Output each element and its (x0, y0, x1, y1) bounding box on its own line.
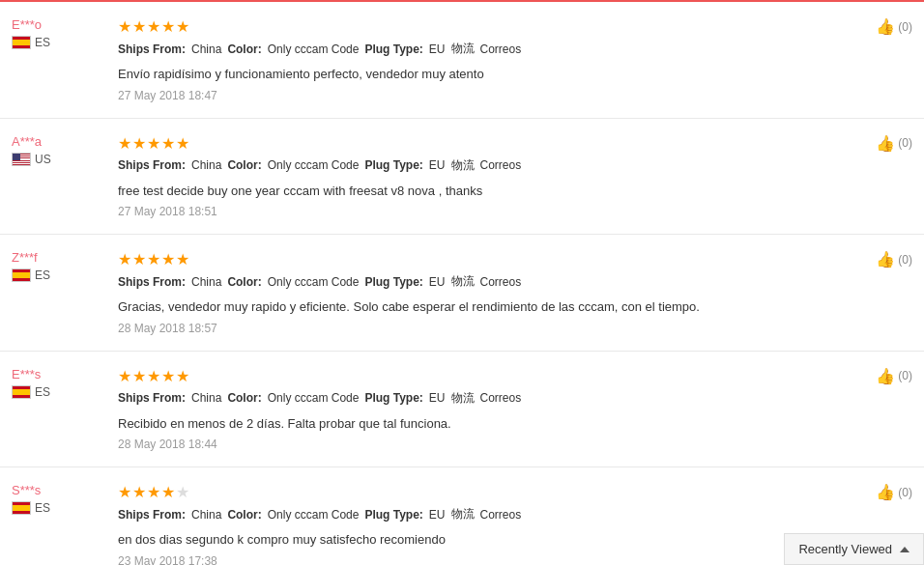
ships-from-label: Ships From: (118, 391, 186, 405)
thumbs-up-icon: 👍 (876, 250, 895, 268)
ships-from-value: China (191, 275, 221, 289)
star-filled-icon: ★ (161, 367, 175, 385)
star-filled-icon: ★ (147, 134, 160, 153)
review-meta: Ships From: China Color: Only cccam Code… (118, 273, 864, 290)
like-button[interactable]: 👍 (0) (876, 367, 912, 385)
star-filled-icon: ★ (118, 134, 131, 153)
review-item: A***aUS★★★★★ Ships From: China Color: On… (0, 119, 924, 236)
country-label: ES (35, 268, 50, 282)
reviewer-info: S***sES (12, 483, 118, 515)
flag-es-icon (12, 501, 31, 515)
plug-type-value: EU (429, 391, 446, 405)
like-button[interactable]: 👍 (0) (876, 134, 912, 153)
reviewer-name: A***a (12, 134, 110, 149)
color-value: Only cccam Code (268, 508, 360, 522)
ships-from-label: Ships From: (118, 508, 186, 522)
color-label: Color: (227, 275, 261, 289)
thumbs-up-icon: 👍 (876, 17, 895, 36)
plug-type-value: EU (429, 42, 446, 56)
star-filled-icon: ★ (132, 250, 146, 268)
color-value: Only cccam Code (268, 391, 360, 405)
review-item: Z***fES★★★★★ Ships From: China Color: On… (0, 235, 924, 352)
chinese-logistics-text: 物流 (451, 273, 475, 290)
review-date: 27 May 2018 18:51 (118, 205, 864, 218)
thumbs-up-icon: 👍 (876, 483, 895, 501)
ships-from-label: Ships From: (118, 275, 186, 289)
thumbs-up-icon: 👍 (876, 134, 895, 153)
reviewer-info: A***aUS (12, 134, 118, 166)
plug-type-label: Plug Type: (364, 42, 422, 56)
review-text: free test decide buy one year cccam with… (118, 182, 864, 201)
star-filled-icon: ★ (118, 367, 131, 385)
review-content: ★★★★★ Ships From: China Color: Only ccca… (118, 134, 864, 219)
ships-from-value: China (191, 158, 221, 172)
plug-type-value: EU (429, 158, 446, 172)
like-count: (0) (898, 136, 912, 150)
star-filled-icon: ★ (161, 250, 175, 268)
review-item: E***oES★★★★★ Ships From: China Color: On… (0, 2, 924, 119)
plug-type-label: Plug Type: (364, 158, 422, 172)
color-value: Only cccam Code (268, 275, 360, 289)
star-filled-icon: ★ (132, 483, 146, 501)
chinese-logistics-text: 物流 (451, 157, 475, 174)
plug-type-label: Plug Type: (364, 391, 422, 405)
color-value: Only cccam Code (268, 42, 360, 56)
shipping-method-value: Correos (480, 275, 522, 289)
chevron-up-icon (900, 547, 910, 552)
like-button[interactable]: 👍 (0) (876, 17, 912, 36)
like-count: (0) (898, 253, 912, 267)
like-count: (0) (898, 486, 912, 499)
review-meta: Ships From: China Color: Only cccam Code… (118, 41, 864, 57)
recently-viewed-button[interactable]: Recently Viewed (784, 533, 924, 565)
review-item: E***sES★★★★★ Ships From: China Color: On… (0, 352, 924, 468)
star-filled-icon: ★ (147, 250, 160, 268)
star-filled-icon: ★ (118, 17, 131, 36)
review-content: ★★★★★ Ships From: China Color: Only ccca… (118, 367, 864, 452)
review-date: 28 May 2018 18:44 (118, 438, 864, 451)
review-text: Gracias, vendedor muy rapido y eficiente… (118, 297, 864, 317)
review-date: 28 May 2018 18:57 (118, 322, 864, 335)
country-label: ES (35, 385, 50, 399)
country-label: ES (35, 36, 50, 49)
review-content: ★★★★★ Ships From: China Color: Only ccca… (118, 483, 864, 565)
color-label: Color: (227, 158, 261, 172)
reviewer-name: E***s (12, 367, 110, 381)
star-rating: ★★★★★ (118, 367, 864, 385)
reviewer-name: Z***f (12, 250, 110, 265)
reviewer-info: Z***fES (12, 250, 118, 282)
review-text: en dos dias segundo k compro muy satisfe… (118, 530, 864, 550)
flag-es-icon (12, 268, 31, 282)
flag-us-icon (12, 153, 31, 166)
star-filled-icon: ★ (147, 17, 160, 36)
color-label: Color: (227, 42, 261, 56)
star-filled-icon: ★ (132, 17, 146, 36)
star-filled-icon: ★ (176, 134, 189, 153)
ships-from-value: China (191, 391, 221, 405)
shipping-method-value: Correos (480, 391, 522, 405)
review-meta: Ships From: China Color: Only cccam Code… (118, 157, 864, 174)
star-empty-icon: ★ (176, 483, 189, 501)
chinese-logistics-text: 物流 (451, 506, 475, 523)
country-label: ES (35, 501, 50, 515)
ships-from-value: China (191, 508, 221, 522)
star-rating: ★★★★★ (118, 250, 864, 268)
reviewer-info: E***oES (12, 17, 118, 49)
chinese-logistics-text: 物流 (451, 41, 475, 57)
plug-type-value: EU (429, 508, 446, 522)
star-filled-icon: ★ (132, 134, 146, 153)
star-filled-icon: ★ (176, 250, 189, 268)
plug-type-label: Plug Type: (364, 275, 422, 289)
review-content: ★★★★★ Ships From: China Color: Only ccca… (118, 250, 864, 335)
star-filled-icon: ★ (161, 17, 175, 36)
shipping-method-value: Correos (480, 42, 522, 56)
star-rating: ★★★★★ (118, 483, 864, 501)
like-button[interactable]: 👍 (0) (876, 250, 912, 268)
star-filled-icon: ★ (147, 483, 160, 501)
review-meta: Ships From: China Color: Only cccam Code… (118, 390, 864, 407)
flag-es-icon (12, 385, 31, 399)
shipping-method-value: Correos (480, 158, 522, 172)
like-button[interactable]: 👍 (0) (876, 483, 912, 501)
star-filled-icon: ★ (176, 367, 189, 385)
shipping-method-value: Correos (480, 508, 522, 522)
reviewer-name: S***s (12, 483, 110, 497)
